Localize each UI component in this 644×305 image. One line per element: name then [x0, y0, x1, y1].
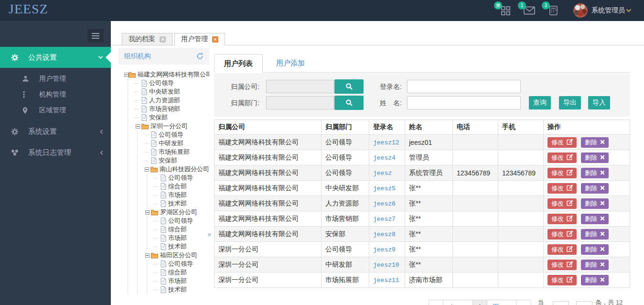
tree-node-label[interactable]: 安保部	[149, 113, 168, 122]
delete-button[interactable]: 删除	[581, 229, 609, 240]
login-link[interactable]: jeesz4	[373, 154, 396, 162]
chevron-down-icon[interactable]	[626, 9, 632, 12]
edit-button[interactable]: 修改	[547, 260, 577, 270]
login-link[interactable]: jeesz5	[373, 185, 396, 192]
tree-row[interactable]: 福建文网网络科技有限公司	[124, 70, 209, 79]
tree-row[interactable]: 深圳一分公司	[134, 122, 209, 131]
tree-node-label[interactable]: 技术部	[168, 285, 187, 294]
name-input[interactable]	[407, 96, 521, 109]
edit-button[interactable]: 修改	[547, 214, 577, 224]
tree-row[interactable]: 安保部	[134, 113, 209, 122]
edit-button[interactable]: 修改	[547, 168, 577, 178]
tree-node-label[interactable]: 人力资源部	[149, 96, 180, 105]
tree-row[interactable]: 公司领导	[134, 79, 209, 87]
tree-node-label[interactable]: 综合部	[168, 268, 187, 277]
export-button[interactable]: 导出	[559, 96, 581, 109]
tree-node-label[interactable]: 中研发部	[159, 139, 183, 148]
tree-row[interactable]: 福田区分公司	[143, 251, 209, 260]
page-number-current[interactable]: 1	[472, 300, 487, 305]
refresh-icon[interactable]	[196, 53, 204, 60]
edit-button[interactable]: 修改	[547, 275, 577, 285]
page-current-input[interactable]	[553, 301, 569, 305]
tree-row[interactable]: 综合部	[153, 268, 209, 277]
edit-button[interactable]: 修改	[547, 198, 577, 209]
tree-row[interactable]: 技术部	[153, 199, 209, 208]
edit-button[interactable]: 修改	[547, 244, 577, 255]
tree-node-label[interactable]: 公司领导	[159, 131, 183, 139]
delete-button[interactable]: 删除	[581, 168, 609, 178]
tree-node-label[interactable]: 南山科技园分公司	[160, 165, 209, 174]
login-link[interactable]: jeesz	[373, 170, 392, 177]
edit-button[interactable]: 修改	[547, 152, 577, 163]
tree-expander[interactable]	[143, 253, 151, 258]
tree-node-label[interactable]: 公司领导	[168, 217, 193, 225]
tree-row[interactable]: 南山科技园分公司	[143, 165, 209, 174]
tree-row[interactable]: 公司领导	[143, 131, 209, 139]
tree-node-label[interactable]: 福建文网网络科技有限公司	[138, 70, 209, 79]
tree-row[interactable]: 公司领导	[153, 260, 209, 268]
sidebar-item-system-logs[interactable]: 系统日志管理	[0, 142, 111, 163]
close-icon[interactable]	[160, 36, 166, 43]
tree-row[interactable]: 技术部	[153, 242, 209, 251]
tree-row[interactable]: 综合部	[153, 225, 209, 234]
user-menu[interactable]: 系统管理员	[591, 6, 625, 15]
delete-button[interactable]: 删除	[581, 152, 609, 163]
sidebar-item-public-settings[interactable]: 公共设置	[0, 47, 111, 68]
sidebar-item-user-mgmt[interactable]: 用户管理	[0, 71, 111, 87]
tree-expander[interactable]	[134, 124, 141, 129]
tree-node-label[interactable]: 技术部	[168, 242, 187, 251]
avatar[interactable]	[573, 3, 588, 18]
tree-row[interactable]: 综合部	[153, 182, 209, 191]
tree-node-label[interactable]: 公司领导	[168, 260, 193, 268]
tree-expander[interactable]	[143, 210, 151, 215]
tree-node-label[interactable]: 市场部	[168, 277, 187, 285]
tree-node-label[interactable]: 罗湖区分公司	[160, 208, 197, 217]
tree-node-label[interactable]: 综合部	[168, 225, 187, 234]
delete-button[interactable]: 删除	[581, 183, 609, 194]
page-last-button[interactable]: »	[516, 300, 531, 305]
tree-node-label[interactable]: 市场部	[168, 191, 187, 199]
delete-button[interactable]: 删除	[581, 244, 609, 255]
tree-node-label[interactable]: 综合部	[168, 182, 187, 191]
delete-button[interactable]: 删除	[581, 260, 609, 270]
tab-user-add[interactable]: 用户添加	[267, 54, 314, 73]
query-button[interactable]: 查询	[529, 96, 551, 109]
tree-row[interactable]: 市场部	[153, 191, 209, 199]
login-link[interactable]: jeesz10	[373, 261, 399, 269]
login-input[interactable]	[407, 80, 521, 93]
login-link[interactable]: jeesz7	[373, 216, 396, 223]
page-first-button[interactable]: «	[429, 300, 443, 305]
tab-user-list[interactable]: 用户列表	[214, 54, 263, 73]
sidebar-item-org-mgmt[interactable]: 机构管理	[0, 87, 111, 102]
tree-node-label[interactable]: 市场拓展部	[159, 148, 190, 156]
tree-node-label[interactable]: 技术部	[168, 199, 187, 208]
tree-row[interactable]: 中研发部	[143, 139, 209, 148]
tree-node-label[interactable]: 福田区分公司	[160, 251, 197, 260]
login-link[interactable]: jeesz8	[373, 231, 396, 238]
tree-node-label[interactable]: 市场部	[168, 234, 187, 242]
department-search-button[interactable]	[334, 96, 364, 110]
department-input[interactable]	[266, 96, 334, 109]
import-button[interactable]: 导入	[588, 96, 610, 109]
page-prev-button[interactable]: 上一页	[443, 300, 472, 305]
tree-row[interactable]: 中央研发部	[134, 87, 209, 96]
edit-button[interactable]: 修改	[547, 137, 577, 148]
tree-row[interactable]: 市场部	[153, 277, 209, 285]
workspace-tab-my-profile[interactable]: 我的档案	[122, 33, 172, 45]
edit-button[interactable]: 修改	[547, 229, 577, 240]
login-link[interactable]: jeesz11	[373, 277, 399, 284]
tree-row[interactable]: 公司领导	[153, 217, 209, 225]
company-search-button[interactable]	[334, 79, 364, 94]
panel-collapse-handle[interactable]: ×	[207, 230, 212, 239]
edit-button[interactable]: 修改	[547, 183, 577, 194]
tree-node-label[interactable]: 中央研发部	[149, 87, 180, 96]
mail-icon[interactable]: 1	[524, 5, 535, 16]
tree-node-label[interactable]: 市场营销部	[149, 105, 180, 113]
tree-row[interactable]: 市场营销部	[134, 105, 209, 113]
login-link[interactable]: jeesz12	[373, 139, 399, 146]
tree-node-label[interactable]: 深圳一分公司	[150, 122, 188, 131]
login-link[interactable]: jeesz9	[373, 246, 396, 253]
tree-row[interactable]: 市场部	[153, 234, 209, 242]
page-next-button[interactable]: 下一页	[487, 300, 516, 305]
page-total-input[interactable]	[576, 301, 592, 305]
